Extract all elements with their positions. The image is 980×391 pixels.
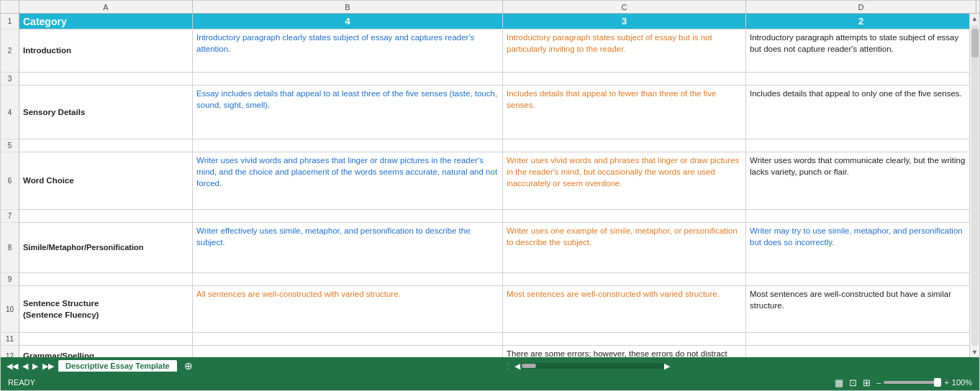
- cell-6a[interactable]: Word Choice: [19, 152, 193, 209]
- h-scroll-thumb[interactable]: [522, 364, 536, 368]
- zoom-thumb[interactable]: [934, 378, 941, 387]
- cell-11b[interactable]: [193, 333, 503, 345]
- corner-cell: [1, 1, 19, 13]
- scroll-down-arrow[interactable]: ▼: [970, 347, 979, 357]
- cell-1a[interactable]: Category: [19, 14, 193, 29]
- cell-10c[interactable]: Most sentences are well-constructed with…: [503, 286, 746, 332]
- cell-4c[interactable]: Includes details that appeal to fewer th…: [503, 86, 746, 139]
- cell-7c[interactable]: [503, 210, 746, 222]
- zoom-slider[interactable]: [884, 381, 941, 384]
- cell-11c[interactable]: [503, 333, 746, 345]
- cell-5a[interactable]: [19, 139, 193, 152]
- cell-10a[interactable]: Sentence Structure (Sentence Fluency): [19, 286, 193, 332]
- cell-9b[interactable]: [193, 273, 503, 285]
- col-header-b[interactable]: B: [193, 1, 503, 13]
- nav-last-arrow[interactable]: ▶▶: [42, 362, 54, 371]
- status-ready: READY: [8, 378, 35, 387]
- header-row: Category 4 3 2: [19, 14, 969, 29]
- row-num-2: 2: [1, 29, 19, 73]
- scroll-dots: ⋮: [504, 362, 512, 371]
- row-num-4: 4: [1, 86, 19, 139]
- scroll-thumb[interactable]: [971, 29, 979, 58]
- cell-6d[interactable]: Writer uses words that communicate clear…: [746, 152, 969, 209]
- view-page-icon[interactable]: ⊞: [863, 377, 871, 388]
- row-num-6: 6: [1, 152, 19, 210]
- cell-8c[interactable]: Writer uses one example of simile, metap…: [503, 223, 746, 272]
- cell-3c[interactable]: [503, 73, 746, 85]
- cell-10d[interactable]: Most sentences are well-constructed but …: [746, 286, 969, 332]
- table-row-introduction: Introduction Introductory paragraph clea…: [19, 29, 969, 73]
- row-num-12: 12: [1, 346, 19, 357]
- cell-9a[interactable]: [19, 273, 193, 285]
- row-num-9: 9: [1, 273, 19, 286]
- cell-6c[interactable]: Writer uses vivid words and phrases that…: [503, 152, 746, 209]
- row-num-8: 8: [1, 223, 19, 273]
- row-num-11: 11: [1, 333, 19, 346]
- view-layout-icon[interactable]: ⊡: [849, 377, 857, 388]
- cell-12d[interactable]: [746, 346, 969, 357]
- scroll-track[interactable]: [971, 25, 979, 346]
- cell-5b[interactable]: [193, 139, 503, 152]
- cell-11d[interactable]: [746, 333, 969, 345]
- cell-4d[interactable]: Includes details that appeal to only one…: [746, 86, 969, 139]
- zoom-in-btn[interactable]: +: [944, 378, 948, 387]
- cell-1c[interactable]: 3: [503, 14, 746, 29]
- nav-prev-arrow[interactable]: ◀: [22, 362, 28, 371]
- cell-4a[interactable]: Sensory Details: [19, 86, 193, 139]
- h-scroll-bar[interactable]: [520, 363, 664, 369]
- cell-10b[interactable]: All sentences are well-constructed with …: [193, 286, 503, 332]
- scroll-left-btn[interactable]: ◀: [514, 362, 520, 371]
- scroll-up-arrow[interactable]: ▲: [970, 14, 979, 24]
- row-num-7: 7: [1, 210, 19, 223]
- cell-6b[interactable]: Writer uses vivid words and phrases that…: [193, 152, 503, 209]
- cell-8b[interactable]: Writer effectively uses simile, metaphor…: [193, 223, 503, 272]
- cell-1d[interactable]: 2: [746, 14, 969, 29]
- cell-7d[interactable]: [746, 210, 969, 222]
- cell-2a[interactable]: Introduction: [19, 29, 193, 72]
- zoom-controls: – + 100%: [876, 378, 972, 387]
- spreadsheet: A B C D 1 2 3 4 5 6 7 8 9 10 11 12 Categ…: [0, 0, 980, 391]
- cell-12a[interactable]: Grammar/Spelling: [19, 346, 193, 357]
- sheet-tab-descriptive[interactable]: Descriptive Essay Template: [58, 360, 177, 372]
- scroll-right-btn[interactable]: ▶: [664, 362, 670, 371]
- horizontal-scroll-area: ⋮ ◀ ▶: [200, 361, 974, 371]
- cell-3b[interactable]: [193, 73, 503, 85]
- cell-8a[interactable]: Simile/Metaphor/Personification: [19, 223, 193, 272]
- table-row-word-choice: Word Choice Writer uses vivid words and …: [19, 152, 969, 210]
- cell-2d[interactable]: Introductory paragraph attempts to state…: [746, 29, 969, 72]
- cell-3d[interactable]: [746, 73, 969, 85]
- col-header-a[interactable]: A: [19, 1, 193, 13]
- nav-first-arrow[interactable]: ◀◀: [6, 362, 18, 371]
- cell-2b[interactable]: Introductory paragraph clearly states su…: [193, 29, 503, 72]
- col-header-c[interactable]: C: [503, 1, 746, 13]
- cell-11a[interactable]: [19, 333, 193, 345]
- cell-5c[interactable]: [503, 139, 746, 152]
- status-bar: READY ▦ ⊡ ⊞ – + 100%: [1, 374, 979, 390]
- cell-9d[interactable]: [746, 273, 969, 285]
- view-normal-icon[interactable]: ▦: [835, 377, 843, 388]
- table-row-grammar: Grammar/Spelling There are some errors; …: [19, 346, 969, 357]
- cell-12b[interactable]: [193, 346, 503, 357]
- nav-next-arrow[interactable]: ▶: [32, 362, 38, 371]
- table-row-9: [19, 273, 969, 286]
- vertical-scrollbar[interactable]: ▲ ▼: [969, 14, 979, 357]
- cell-4b[interactable]: Essay includes details that appeal to at…: [193, 86, 503, 139]
- col-header-d[interactable]: D: [746, 1, 976, 13]
- cell-3a[interactable]: [19, 73, 193, 85]
- cell-9c[interactable]: [503, 273, 746, 285]
- zoom-out-btn[interactable]: –: [876, 378, 881, 387]
- grid-content: Category 4 3 2 Introduction Introducto: [19, 14, 969, 357]
- column-headers: A B C D: [1, 1, 979, 14]
- add-sheet-button[interactable]: ⊕: [181, 360, 196, 372]
- tab-bar: ◀◀ ◀ ▶ ▶▶ Descriptive Essay Template ⊕ ⋮…: [1, 357, 979, 374]
- table-row-sentence: Sentence Structure (Sentence Fluency) Al…: [19, 286, 969, 333]
- cell-5d[interactable]: [746, 139, 969, 152]
- cell-8d[interactable]: Writer may try to use simile, metaphor, …: [746, 223, 969, 272]
- grid-area: 1 2 3 4 5 6 7 8 9 10 11 12 Category 4: [1, 14, 979, 357]
- cell-7a[interactable]: [19, 210, 193, 222]
- cell-12c[interactable]: There are some errors; however, these er…: [503, 346, 746, 357]
- cell-1b[interactable]: 4: [193, 14, 503, 29]
- table-row-7: [19, 210, 969, 223]
- cell-2c[interactable]: Introductory paragraph states subject of…: [503, 29, 746, 72]
- cell-7b[interactable]: [193, 210, 503, 222]
